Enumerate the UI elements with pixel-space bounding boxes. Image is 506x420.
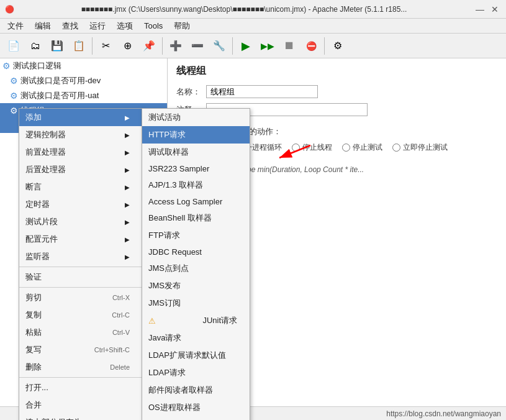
ctx-sub-activity[interactable]: 测试活动 [142,109,250,126]
ctx-item-listener[interactable]: 监听器 ▶ [19,248,142,265]
ctx-timer-label: 定时器 [25,199,50,210]
ctx-item-open[interactable]: 打开... [19,379,142,396]
wand-button[interactable]: 🔧 [209,36,229,56]
submenu-arrow-logic: ▶ [125,132,130,139]
ctx-sub-ajp-label: AJP/1.3 取样器 [148,180,203,191]
sep4 [324,37,325,55]
ctx-sub-mail[interactable]: 邮件阅读者取样器 [142,381,250,399]
window-title: ■■■■■■■.jmx (C:\Users\sunny.wang\Desktop… [14,5,474,14]
tree-label-root: 测试接口逻辑 [13,60,61,71]
stopall-button[interactable]: ⛔ [301,36,321,56]
ctx-item-merge[interactable]: 合并 [19,396,142,414]
ctx-sub-accesslog-label: Access Log Sampler [148,197,222,206]
tree-item-uat[interactable]: ⚙ 测试接口是否可用-uat [0,88,167,103]
menu-item-查找[interactable]: 查找 [57,19,83,33]
ctx-sub-jsr223-label: JSR223 Sampler [148,164,209,173]
ctx-sub-jmssub[interactable]: JMS订阅 [142,294,250,312]
new-button[interactable]: 📄 [4,36,24,56]
ctx-item-post[interactable]: 后置处理器 ▶ [19,161,142,178]
ctx-item-pre[interactable]: 前置处理器 ▶ [19,144,142,161]
title-bar: 🔴 ■■■■■■■.jmx (C:\Users\sunny.wang\Deskt… [0,0,506,19]
ctx-sub-accesslog[interactable]: Access Log Sampler [142,194,250,209]
ctx-item-logic[interactable]: 逻辑控制器 ▶ [19,126,142,144]
settings-button[interactable]: ⚙ [328,36,348,56]
saveas-button[interactable]: 📋 [69,36,89,56]
menu-item-帮助[interactable]: 帮助 [169,19,195,33]
ctx-sub-java[interactable]: Java请求 [142,329,250,347]
tree-item-dev[interactable]: ⚙ 测试接口是否可用-dev [0,73,167,88]
remove-button[interactable]: ➖ [187,36,207,56]
ctx-sub-smtp[interactable]: SMTP取样器 [142,416,250,420]
warning-icon-junit: ⚠ [148,316,156,326]
sep-open [19,377,142,378]
menu-item-文件[interactable]: 文件 [2,19,29,33]
submenu-arrow-config: ▶ [125,236,130,243]
ctx-post-label: 后置处理器 [25,164,66,175]
menu-item-运行[interactable]: 运行 [84,19,111,33]
ctx-sub-os[interactable]: OS进程取样器 [142,399,250,416]
ctx-item-validate[interactable]: 验证 [19,268,142,286]
menu-item-编辑[interactable]: 编辑 [30,19,56,33]
ctx-sub-activity-label: 测试活动 [148,112,181,123]
status-url: https://blog.csdn.net/wangmiaoyan [386,409,501,418]
sep3 [232,37,233,55]
save-button[interactable]: 💾 [47,36,67,56]
submenu-arrow-timer: ▶ [125,201,130,208]
add-button[interactable]: ➕ [166,36,186,56]
radio-stopthread[interactable]: 停止线程 [292,142,332,153]
ctx-sub-jsr223[interactable]: JSR223 Sampler [142,161,250,176]
radio-stoptest[interactable]: 停止测试 [342,142,382,153]
ctx-sub-jdbc[interactable]: JDBC Request [142,244,250,260]
paste-button[interactable]: 📌 [139,36,159,56]
ctx-listener-label: 监听器 [25,251,50,262]
gear-icon-uat: ⚙ [10,91,18,101]
runsel-button[interactable]: ▶▶ [258,36,278,56]
ctx-cut-shortcut: Ctrl-X [112,294,130,301]
stop-button[interactable]: ⏹ [279,36,299,56]
ctx-sub-jmsp2p[interactable]: JMS点到点 [142,260,250,277]
submenu-arrow-listener: ▶ [125,253,130,260]
ctx-sub-beanshell[interactable]: BeanShell 取样器 [142,209,250,227]
ctx-item-config[interactable]: 配置元件 ▶ [19,231,142,248]
ctx-sub-ldap[interactable]: LDAP请求 [142,364,250,381]
copy-button[interactable]: ⊕ [117,36,137,56]
open-button[interactable]: 🗂 [25,36,45,56]
ctx-saveas-label: 选中部分保存为... [25,417,89,420]
close-button[interactable]: ✕ [489,3,501,16]
ctx-sub-jmsp2p-label: JMS点到点 [148,263,189,274]
name-input[interactable] [206,85,318,98]
ctx-item-timer[interactable]: 定时器 ▶ [19,196,142,213]
ctx-item-copy[interactable]: 复制 Ctrl-C [19,306,142,324]
submenu-arrow-post: ▶ [125,167,130,173]
ctx-sub-debug[interactable]: 调试取样器 [142,144,250,161]
ctx-sub-ftp-label: FTP请求 [148,230,180,241]
ctx-sub-junit[interactable]: ⚠ JUnit请求 [142,312,250,329]
ctx-sub-http[interactable]: HTTP请求 [142,126,250,144]
tree-label-dev: 测试接口是否可用-dev [20,75,101,86]
ctx-item-saveas[interactable]: 选中部分保存为... [19,414,142,420]
panel-title: 线程组 [176,65,497,78]
radio-stopnow[interactable]: 立即停止测试 [392,142,448,153]
minimize-button[interactable]: — [474,3,486,16]
ctx-sub-ftp[interactable]: FTP请求 [142,227,250,244]
ctx-sub-ajp[interactable]: AJP/1.3 取样器 [142,176,250,194]
gear-icon-group: ⚙ [10,106,18,116]
ctx-item-delete[interactable]: 删除 Delete [19,358,142,376]
cut-button[interactable]: ✂ [96,36,115,56]
ctx-item-add[interactable]: 添加 ▶ [19,109,142,126]
ctx-sub-jmspub[interactable]: JMS发布 [142,277,250,294]
toolbar: 📄 🗂 💾 📋 ✂ ⊕ 📌 ➕ ➖ 🔧 ▶ ▶▶ ⏹ ⛔ ⚙ [0,34,506,58]
run-button[interactable]: ▶ [236,36,256,56]
ctx-item-assert[interactable]: 断言 ▶ [19,178,142,196]
ctx-item-paste[interactable]: 粘贴 Ctrl-V [19,324,142,341]
ctx-item-cut[interactable]: 剪切 Ctrl-X [19,289,142,306]
menu-item-选项[interactable]: 选项 [112,19,138,33]
ctx-sub-ldapext[interactable]: LDAP扩展请求默认值 [142,347,250,364]
menu-item-Tools[interactable]: Tools [139,20,168,32]
ctx-frag-label: 测试片段 [25,216,58,227]
ctx-item-duplicate[interactable]: 复写 Ctrl+Shift-C [19,341,142,358]
tree-item-root[interactable]: ⚙ 测试接口逻辑 [0,58,167,73]
submenu-arrow-add: ▶ [125,114,130,121]
ctx-item-frag[interactable]: 测试片段 ▶ [19,213,142,231]
submenu-arrow-assert: ▶ [125,184,130,191]
